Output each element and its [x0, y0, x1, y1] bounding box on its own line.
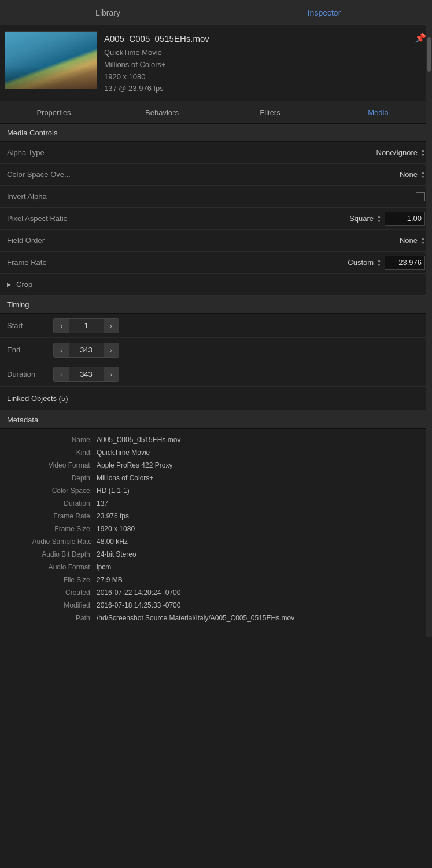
media-controls-label: Media Controls [7, 128, 57, 137]
field-order-dropdown[interactable]: None ▲▼ [400, 236, 425, 245]
dropdown-arrows-4: ▲▼ [421, 236, 425, 245]
tab-behaviors-label: Behaviors [145, 108, 179, 117]
metadata-row: Frame Size:1920 x 1080 [7, 524, 425, 536]
start-value: 1 [69, 319, 104, 333]
top-tab-bar: Library Inspector [0, 0, 432, 25]
duration-label: Duration [7, 370, 53, 378]
duration-increment[interactable]: › [104, 367, 119, 382]
file-type: QuickTime Movie Millions of Colors+ 1920… [104, 47, 408, 95]
tab-media-label: Media [368, 108, 388, 117]
meta-val: Millions of Colors+ [97, 474, 425, 482]
meta-key: Path: [7, 614, 97, 622]
frame-rate-value: Custom ▲▼ [99, 256, 425, 270]
end-label: End [7, 345, 53, 354]
field-order-label: Field Order [7, 236, 99, 245]
frame-rate-dropdown[interactable]: Custom ▲▼ [348, 258, 381, 267]
tab-properties-label: Properties [36, 108, 71, 117]
metadata-row: Duration:137 [7, 498, 425, 511]
start-stepper: ‹ 1 › [53, 318, 119, 333]
pixel-aspect-input[interactable] [385, 212, 425, 226]
linked-objects-row: Linked Objects (5) [0, 387, 432, 411]
tab-behaviors[interactable]: Behaviors [108, 101, 216, 123]
file-header: A005_C005_0515EHs.mov QuickTime Movie Mi… [0, 25, 432, 101]
scrollbar-thumb[interactable] [427, 37, 431, 72]
color-space-label: Color Space Ove... [7, 170, 99, 179]
frame-rate-label: Frame Rate [7, 258, 99, 267]
frame-rate-row: Frame Rate Custom ▲▼ [0, 252, 432, 274]
alpha-type-text: None/Ignore [376, 148, 418, 157]
scrollbar-track[interactable] [426, 25, 432, 637]
alpha-type-row: Alpha Type None/Ignore ▲▼ [0, 142, 432, 164]
metadata-section: Name:A005_C005_0515EHs.movKind:QuickTime… [0, 429, 432, 637]
alpha-type-dropdown[interactable]: None/Ignore ▲▼ [376, 148, 426, 157]
dropdown-arrows: ▲▼ [421, 148, 425, 157]
file-resolution: 1920 x 1080 [104, 72, 146, 81]
meta-key: Depth: [7, 474, 97, 482]
meta-val: 2016-07-18 14:25:33 -0700 [97, 601, 425, 609]
meta-val: 48.00 kHz [97, 538, 425, 546]
pixel-aspect-label: Pixel Aspect Ratio [7, 214, 99, 223]
alpha-type-value: None/Ignore ▲▼ [99, 148, 425, 157]
meta-key: Audio Bit Depth: [7, 550, 97, 558]
frame-rate-text: Custom [348, 258, 374, 267]
color-space-value: None ▲▼ [99, 170, 425, 179]
metadata-row: Audio Format:lpcm [7, 562, 425, 575]
meta-key: Kind: [7, 448, 97, 457]
section-tab-bar: Properties Behaviors Filters Media [0, 101, 432, 124]
tab-filters[interactable]: Filters [216, 101, 324, 123]
tab-inspector[interactable]: Inspector [216, 0, 432, 25]
meta-val: /hd/Screenshot Source Material/Italy/A00… [97, 614, 425, 622]
start-increment[interactable]: › [104, 318, 119, 333]
meta-key: Duration: [7, 499, 97, 507]
metadata-row: Audio Sample Rate48.00 kHz [7, 536, 425, 549]
pixel-aspect-dropdown[interactable]: Square ▲▼ [349, 214, 381, 223]
metadata-row: Created:2016-07-22 14:20:24 -0700 [7, 587, 425, 600]
metadata-row: Depth:Millions of Colors+ [7, 473, 425, 486]
color-space-text: None [400, 170, 418, 179]
metadata-label: Metadata [7, 415, 38, 424]
meta-key: Video Format: [7, 461, 97, 469]
meta-key: Audio Format: [7, 563, 97, 571]
thumbnail [5, 31, 97, 89]
meta-key: Frame Size: [7, 525, 97, 533]
media-controls-header: Media Controls [0, 124, 432, 142]
invert-alpha-checkbox[interactable] [416, 192, 425, 201]
metadata-row: Modified:2016-07-18 14:25:33 -0700 [7, 600, 425, 613]
meta-val: 23.976 fps [97, 512, 425, 520]
tab-library-label: Library [95, 8, 120, 17]
invert-alpha-row: Invert Alpha [0, 186, 432, 208]
meta-val: A005_C005_0515EHs.mov [97, 436, 425, 444]
duration-decrement[interactable]: ‹ [54, 367, 69, 382]
end-decrement[interactable]: ‹ [54, 343, 69, 358]
frame-rate-input[interactable] [385, 256, 425, 270]
meta-key: Audio Sample Rate [7, 538, 97, 546]
pixel-aspect-text: Square [349, 214, 374, 223]
start-row: Start ‹ 1 › [0, 314, 432, 338]
duration-row: Duration ‹ 343 › [0, 362, 432, 387]
tab-properties[interactable]: Properties [0, 101, 108, 123]
meta-key: File Size: [7, 576, 97, 584]
pin-icon[interactable]: 📌 [415, 32, 426, 43]
meta-key: Modified: [7, 601, 97, 609]
crop-row[interactable]: ▶ Crop [0, 274, 432, 296]
meta-key: Frame Rate: [7, 512, 97, 520]
start-decrement[interactable]: ‹ [54, 318, 69, 333]
tab-media[interactable]: Media [324, 101, 432, 123]
metadata-row: File Size:27.9 MB [7, 575, 425, 587]
metadata-row: Name:A005_C005_0515EHs.mov [7, 435, 425, 447]
meta-val: Apple ProRes 422 Proxy [97, 461, 425, 469]
file-name: A005_C005_0515EHs.mov [104, 34, 408, 43]
meta-val: lpcm [97, 563, 425, 571]
start-label: Start [7, 321, 53, 330]
meta-val: 137 [97, 499, 425, 507]
meta-val: 24-bit Stereo [97, 550, 425, 558]
metadata-row: Path:/hd/Screenshot Source Material/Ital… [7, 613, 425, 626]
end-increment[interactable]: › [104, 343, 119, 358]
tab-library[interactable]: Library [0, 0, 216, 25]
color-space-dropdown[interactable]: None ▲▼ [400, 170, 425, 179]
meta-key: Color Space: [7, 487, 97, 495]
file-depth: Millions of Colors+ [104, 60, 166, 69]
crop-label: Crop [16, 280, 32, 289]
invert-alpha-value [99, 192, 425, 201]
timing-label: Timing [7, 300, 29, 309]
